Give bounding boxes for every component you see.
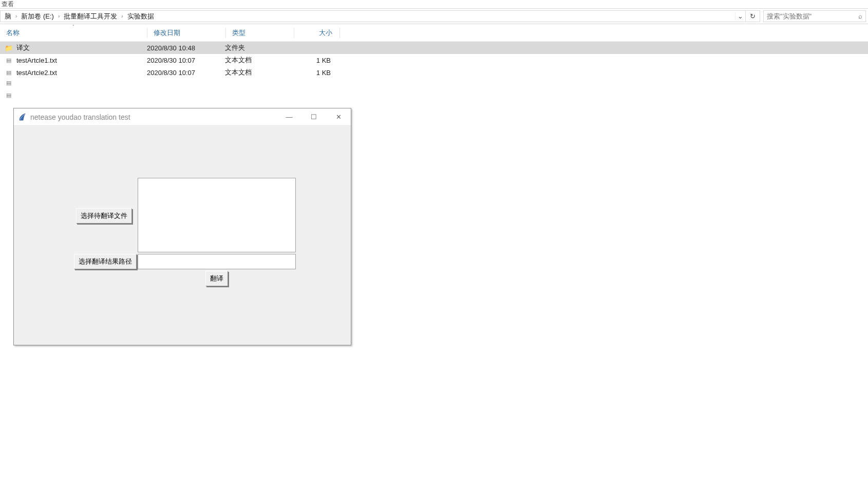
text-file-icon: ▤ bbox=[4, 69, 13, 76]
file-row[interactable]: 📁 译文 2020/8/30 10:48 文件夹 bbox=[0, 42, 868, 54]
file-size: 1 KB bbox=[293, 57, 338, 64]
breadcrumb-seg-0[interactable]: 脑 bbox=[4, 12, 12, 21]
search-input[interactable] bbox=[767, 12, 856, 20]
file-list-area: ˆ 名称 修改日期 类型 大小 📁 译文 2020/8/30 10:48 文件夹… bbox=[0, 24, 868, 479]
select-source-files-button[interactable]: 选择待翻译文件 bbox=[76, 208, 132, 224]
file-row[interactable]: ▤ testArtcle1.txt 2020/8/30 10:07 文本文档 1… bbox=[0, 54, 868, 66]
chevron-right-icon[interactable]: › bbox=[55, 13, 63, 19]
text-file-icon: ▤ bbox=[4, 57, 13, 64]
tk-body: 选择待翻译文件 选择翻译结果路径 翻译 bbox=[14, 126, 351, 345]
ribbon-tabs: 查看 bbox=[0, 0, 868, 9]
file-date: 2020/8/30 10:07 bbox=[147, 57, 225, 64]
breadcrumb[interactable]: 脑 › 新加卷 (E:) › 批量翻译工具开发 › 实验数据 ⌄ bbox=[0, 10, 746, 22]
search-icon[interactable]: ⌕ bbox=[858, 12, 862, 20]
refresh-icon: ↻ bbox=[750, 12, 756, 20]
breadcrumb-seg-1[interactable]: 新加卷 (E:) bbox=[20, 12, 55, 21]
file-type: 文件夹 bbox=[225, 43, 293, 52]
file-date: 2020/8/30 10:07 bbox=[147, 69, 225, 77]
file-name: testArtcle2.txt bbox=[16, 69, 147, 77]
file-name: 译文 bbox=[16, 43, 147, 52]
column-header-size[interactable]: 大小 bbox=[294, 28, 339, 38]
text-file-icon: ▤ bbox=[4, 80, 13, 86]
file-type: 文本文档 bbox=[225, 68, 293, 77]
file-type: 文本文档 bbox=[225, 56, 293, 65]
tk-titlebar[interactable]: netease youdao translation test — ☐ ✕ bbox=[14, 108, 351, 126]
folder-icon: 📁 bbox=[4, 44, 13, 52]
column-header-name-label: 名称 bbox=[6, 29, 20, 36]
file-size: 1 KB bbox=[293, 69, 338, 77]
column-header-type[interactable]: 类型 bbox=[226, 28, 294, 38]
tk-window: netease youdao translation test — ☐ ✕ 选择… bbox=[13, 108, 351, 345]
select-output-path-button[interactable]: 选择翻译结果路径 bbox=[74, 254, 137, 269]
column-header-name[interactable]: ˆ 名称 bbox=[0, 28, 147, 38]
tk-app-icon bbox=[18, 113, 26, 121]
close-button[interactable]: ✕ bbox=[326, 108, 351, 126]
chevron-right-icon[interactable]: › bbox=[118, 13, 126, 19]
search-box[interactable]: ⌕ bbox=[763, 10, 866, 22]
breadcrumb-seg-3[interactable]: 实验数据 bbox=[126, 12, 155, 21]
breadcrumb-dropdown-icon[interactable]: ⌄ bbox=[735, 12, 745, 20]
sort-asc-icon: ˆ bbox=[73, 24, 74, 29]
maximize-button[interactable]: ☐ bbox=[301, 108, 326, 126]
column-headers: ˆ 名称 修改日期 类型 大小 bbox=[0, 24, 868, 42]
column-header-date[interactable]: 修改日期 bbox=[147, 28, 225, 38]
tk-window-title: netease youdao translation test bbox=[30, 113, 130, 121]
tk-window-controls: — ☐ ✕ bbox=[277, 108, 351, 126]
breadcrumb-seg-2[interactable]: 批量翻译工具开发 bbox=[63, 12, 118, 21]
file-row[interactable]: ▤ testArtcle2.txt 2020/8/30 10:07 文本文档 1… bbox=[0, 66, 868, 79]
source-files-textbox[interactable] bbox=[138, 178, 296, 252]
text-file-icon: ▤ bbox=[4, 92, 13, 99]
output-path-textbox[interactable] bbox=[138, 254, 296, 269]
ribbon-tab-view[interactable]: 查看 bbox=[2, 1, 14, 8]
column-separator[interactable] bbox=[339, 28, 340, 38]
minimize-button[interactable]: — bbox=[277, 108, 301, 126]
address-bar-row: 脑 › 新加卷 (E:) › 批量翻译工具开发 › 实验数据 ⌄ ↻ ⌕ bbox=[0, 9, 868, 24]
refresh-button[interactable]: ↻ bbox=[746, 10, 760, 22]
translate-button[interactable]: 翻译 bbox=[205, 271, 228, 286]
file-name: testArtcle1.txt bbox=[16, 57, 147, 64]
chevron-right-icon[interactable]: › bbox=[12, 13, 20, 19]
file-date: 2020/8/30 10:48 bbox=[147, 44, 225, 52]
